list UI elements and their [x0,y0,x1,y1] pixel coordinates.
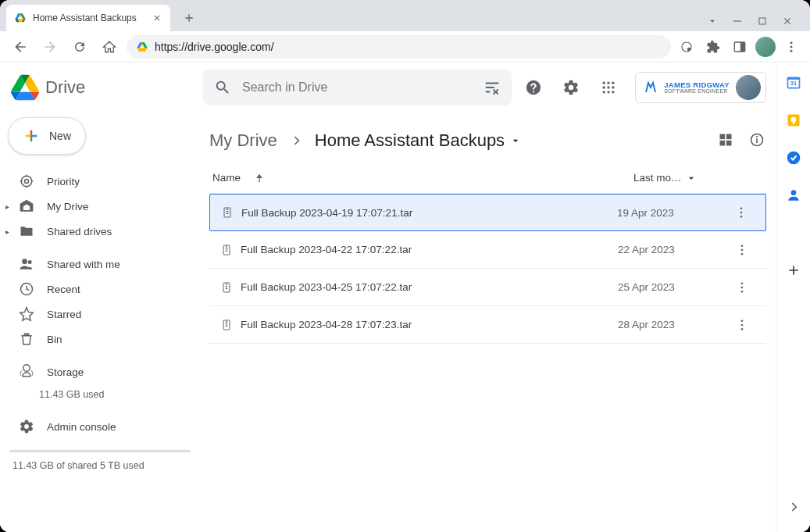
home-button[interactable] [97,34,122,59]
svg-rect-54 [226,248,228,249]
addons-plus-icon[interactable] [786,262,801,278]
new-tab-button[interactable] [178,7,200,29]
collapse-sidepanel-icon[interactable] [784,498,803,516]
svg-rect-47 [227,211,229,212]
brand-line2: SOFTWARE ENGINEER [664,88,730,94]
new-button[interactable]: New [8,117,86,155]
new-button-label: New [49,130,71,142]
svg-point-32 [603,86,605,88]
maximize-icon[interactable] [757,16,768,27]
contacts-app-icon[interactable] [786,187,801,203]
close-tab-icon[interactable] [152,12,162,23]
file-more-menu[interactable] [735,318,758,332]
svg-point-34 [612,86,614,88]
drive-logo[interactable]: Drive [0,69,200,112]
chevron-down-icon[interactable] [707,16,718,27]
drive-url-icon [136,41,148,53]
account-avatar[interactable] [736,75,761,100]
archive-file-icon [213,206,241,219]
breadcrumb-root[interactable]: My Drive [209,130,277,151]
nav-label: Shared with me [47,259,120,270]
sidebar-scrollbar[interactable] [9,450,191,452]
column-name-header[interactable]: Name [212,172,241,184]
dropdown-caret-icon[interactable] [685,172,698,184]
storage-used: 11.43 GB used [0,387,200,406]
svg-rect-53 [226,246,228,247]
grid-view-icon[interactable] [718,132,735,149]
svg-point-18 [790,45,793,48]
svg-point-33 [608,86,610,88]
sidebar-item-admin-console[interactable]: Admin console [0,414,200,439]
svg-rect-7 [733,20,740,21]
search-box[interactable] [203,70,512,105]
forward-button[interactable] [37,34,62,59]
browser-tab[interactable]: Home Assistant Backups [6,5,170,31]
search-icon [214,79,231,96]
sidebar-item-bin[interactable]: Bin [0,327,200,352]
svg-point-77 [790,117,796,123]
file-row[interactable]: Full Backup 2023-04-25 17:07:22.tar25 Ap… [209,269,766,306]
sidebar-item-shared-with-me[interactable]: Shared with me [0,252,200,277]
svg-point-63 [741,282,744,284]
settings-icon[interactable] [555,72,587,103]
sidebar-item-my-drive[interactable]: ▸My Drive [0,194,200,219]
breadcrumb-current[interactable]: Home Assistant Backups [315,130,522,151]
sidebar-item-starred[interactable]: Starred [0,302,200,327]
url-field[interactable]: https://drive.google.com/ [127,35,671,59]
sidepanel-icon[interactable] [729,36,751,58]
column-date-header[interactable]: Last mo… [633,172,682,184]
help-icon[interactable] [518,72,549,103]
details-icon[interactable] [749,132,766,149]
file-more-menu[interactable] [735,280,758,295]
sidebar-item-recent[interactable]: Recent [0,277,200,302]
sidebar-item-shared-drives[interactable]: ▸Shared drives [0,219,200,244]
file-date: 19 Apr 2023 [617,207,734,219]
apps-icon[interactable] [593,72,624,103]
calendar-app-icon[interactable]: 31 [786,75,801,91]
tasks-app-icon[interactable] [786,150,801,166]
svg-rect-60 [226,284,228,284]
svg-point-58 [741,252,744,255]
expand-icon[interactable]: ▸ [5,202,9,211]
svg-rect-68 [226,323,228,324]
nav-icon [19,256,34,272]
svg-rect-8 [759,18,765,24]
svg-rect-38 [720,134,726,140]
file-more-menu[interactable] [735,243,758,257]
admin-icon [19,419,34,434]
browser-menu-icon[interactable] [780,36,802,58]
breadcrumb: My Drive Home Assistant Backups [209,122,766,159]
svg-rect-43 [756,138,758,143]
file-more-menu[interactable] [734,205,758,220]
drive-favicon [14,12,27,24]
drive-logo-icon [11,73,39,102]
extension-icon-1[interactable] [676,36,698,58]
svg-point-30 [608,82,610,84]
svg-rect-67 [226,321,228,322]
search-input[interactable] [242,80,473,95]
search-options-icon[interactable] [484,79,501,96]
sidebar-item-storage[interactable]: Storage [0,359,200,384]
workspace-brand-chip[interactable]: JAMES RIDGWAY SOFTWARE ENGINEER [635,72,766,103]
back-button[interactable] [8,34,33,59]
profile-avatar[interactable] [755,37,776,57]
admin-console-label: Admin console [47,421,116,433]
side-panel: 31 [776,62,810,532]
archive-file-icon [212,319,241,331]
sidebar-item-priority[interactable]: Priority [0,169,200,194]
minimize-icon[interactable] [732,16,743,27]
file-row[interactable]: Full Backup 2023-04-19 17:07:21.tar19 Ap… [209,194,766,231]
expand-icon[interactable]: ▸ [5,227,9,236]
extensions-icon[interactable] [702,36,724,58]
file-row[interactable]: Full Backup 2023-04-22 17:07:22.tar22 Ap… [209,231,766,269]
reload-button[interactable] [67,34,92,59]
list-header: Name Last mo… [209,162,766,194]
svg-text:31: 31 [790,80,796,87]
svg-rect-41 [726,141,732,146]
keep-app-icon[interactable] [786,112,801,128]
close-window-icon[interactable] [782,16,793,27]
sidebar: Drive New Priority▸My Drive▸Shared drive… [0,62,200,532]
sort-arrow-up-icon[interactable] [253,172,266,184]
url-text: https://drive.google.com/ [155,41,274,53]
file-row[interactable]: Full Backup 2023-04-28 17:07:23.tar28 Ap… [209,306,766,344]
